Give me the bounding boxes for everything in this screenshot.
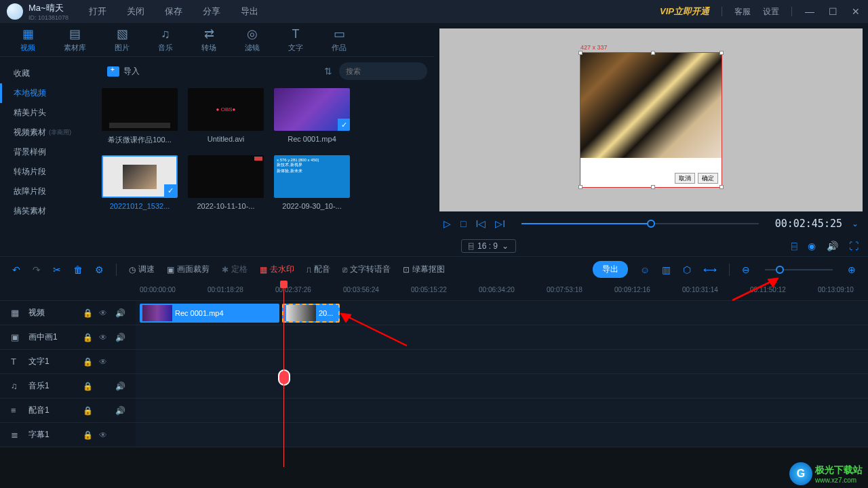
cast-icon[interactable]: ⌸ [791, 241, 797, 251]
record-marker[interactable] [278, 369, 290, 386]
resize-handle[interactable] [719, 185, 724, 189]
speaker-icon[interactable]: 🔊 [115, 333, 125, 342]
speed-button[interactable]: ◷调速 [129, 264, 155, 275]
support-link[interactable]: 客服 [734, 6, 751, 18]
smile-icon[interactable]: ☺ [640, 264, 650, 275]
play-icon[interactable]: ▷ [443, 218, 451, 229]
volume-icon[interactable]: 🔊 [827, 241, 838, 251]
menu-close[interactable]: 关闭 [127, 5, 144, 18]
sidebar-item-local[interactable]: 本地视频 [0, 83, 95, 103]
sort-icon[interactable]: ⇅ [324, 66, 332, 77]
playhead-handle[interactable] [280, 281, 288, 288]
track-lane[interactable] [136, 399, 868, 422]
search-box[interactable]: ⌕ [339, 62, 427, 80]
speaker-icon[interactable]: 🔊 [115, 308, 125, 318]
vip-link[interactable]: VIP立即开通 [660, 5, 709, 18]
resize-handle[interactable] [719, 51, 724, 55]
time-ruler[interactable]: 00:00:00:0000:01:18:2800:02:37:2600:03:5… [0, 282, 868, 301]
aspect-selector[interactable]: ⌸16 : 9⌄ [461, 239, 516, 253]
avatar[interactable] [7, 3, 23, 20]
undo-icon[interactable]: ↶ [12, 264, 20, 275]
menu-export[interactable]: 导出 [241, 5, 258, 18]
transform-frame[interactable]: 427 x 337 取消 确定 [580, 52, 722, 188]
time-dropdown-icon[interactable]: ⌄ [852, 219, 859, 228]
track-lane[interactable] [136, 325, 868, 349]
eye-icon[interactable]: 👁 [99, 430, 108, 440]
sidebar-item-bg[interactable]: 背景样例 [0, 142, 95, 162]
menu-open[interactable]: 打开 [89, 5, 106, 18]
delete-icon[interactable]: 🗑 [73, 264, 83, 275]
media-item[interactable]: 2022-10-11-10-... [188, 155, 264, 210]
fullscreen-icon[interactable]: ⛶ [849, 241, 859, 251]
progress-slider[interactable] [521, 223, 758, 224]
maximize-button[interactable]: ☐ [827, 6, 838, 17]
sidebar-item-favorites[interactable]: 收藏 [0, 64, 95, 83]
confirm-button[interactable]: 确定 [698, 173, 718, 184]
preview-canvas[interactable]: 427 x 337 取消 确定 [439, 28, 863, 211]
lock-icon[interactable]: 🔒 [83, 357, 92, 367]
lock-icon[interactable]: 🔒 [83, 308, 92, 318]
zoom-in-icon[interactable]: ⊕ [848, 264, 856, 275]
track-lane[interactable]: Rec 0001.mp4 20... [136, 301, 868, 325]
media-item[interactable]: 希沃微课作品100... [102, 88, 178, 145]
fit-icon[interactable]: ⟷ [703, 264, 717, 275]
track-lane[interactable] [136, 423, 868, 447]
tts-button[interactable]: ⎚文字转语音 [342, 264, 391, 275]
lock-icon[interactable]: 🔒 [83, 430, 92, 440]
tab-library[interactable]: ▤素材库 [64, 26, 86, 53]
export-button[interactable]: 导出 [593, 261, 628, 278]
greenscreen-button[interactable]: ⊡绿幕抠图 [403, 264, 445, 275]
lock-icon[interactable]: 🔒 [83, 406, 92, 415]
panel-icon[interactable]: ▥ [662, 264, 671, 275]
freeze-button[interactable]: ✱定格 [222, 264, 248, 275]
import-button[interactable]: 导入 [102, 63, 145, 80]
eye-icon[interactable]: 👁 [99, 357, 108, 367]
media-item[interactable]: ✓Rec 0001.mp4 [274, 88, 350, 145]
prev-frame-icon[interactable]: I◁ [475, 218, 486, 229]
video-clip[interactable]: Rec 0001.mp4 [140, 304, 279, 323]
sidebar-item-intro[interactable]: 精美片头 [0, 103, 95, 123]
sidebar-item-glitch[interactable]: 故障片段 [0, 182, 95, 201]
tab-filter[interactable]: ◎滤镜 [245, 26, 260, 53]
settings-link[interactable]: 设置 [763, 6, 779, 18]
redo-icon[interactable]: ↷ [33, 264, 41, 275]
tab-text[interactable]: T文字 [288, 27, 303, 53]
cut-icon[interactable]: ✂ [53, 264, 61, 275]
close-button[interactable]: ✕ [850, 6, 861, 17]
speaker-icon[interactable]: 🔊 [115, 406, 125, 415]
lock-icon[interactable]: 🔒 [83, 382, 92, 391]
shield-icon[interactable]: ⬡ [683, 264, 691, 275]
video-clip-selected[interactable]: 20... [282, 304, 340, 323]
slider-knob[interactable] [776, 266, 784, 274]
sidebar-item-funny[interactable]: 搞笑素材 [0, 201, 95, 221]
resize-handle[interactable] [651, 185, 655, 189]
adjust-icon[interactable]: ⚙ [95, 264, 104, 275]
speaker-icon[interactable]: 🔊 [115, 382, 125, 391]
resize-handle[interactable] [578, 185, 583, 189]
eye-icon[interactable]: 👁 [99, 308, 108, 318]
media-item[interactable]: ● OBS●Untitled.avi [188, 88, 264, 145]
playhead[interactable] [283, 282, 284, 467]
track-lane[interactable] [136, 350, 868, 373]
dub-button[interactable]: ⎍配音 [307, 264, 330, 275]
stop-icon[interactable]: □ [460, 218, 466, 229]
tab-image[interactable]: ▧图片 [115, 26, 130, 53]
tab-video[interactable]: ▦视频 [20, 26, 35, 53]
menu-share[interactable]: 分享 [203, 5, 220, 18]
tab-music[interactable]: ♫音乐 [158, 27, 173, 53]
eye-icon[interactable]: 👁 [99, 333, 108, 342]
next-frame-icon[interactable]: ▷I [495, 218, 505, 229]
menu-save[interactable]: 保存 [165, 5, 182, 18]
slider-knob[interactable] [647, 220, 655, 228]
sidebar-item-stock[interactable]: 视频素材 (非商用) [0, 123, 95, 142]
zoom-slider[interactable] [765, 269, 833, 270]
tab-works[interactable]: ▭作品 [332, 26, 347, 53]
media-item[interactable]: ✓20221012_1532... [102, 155, 178, 210]
lock-icon[interactable]: 🔒 [83, 333, 92, 342]
cancel-button[interactable]: 取消 [675, 173, 695, 184]
resize-handle[interactable] [651, 51, 655, 55]
resize-handle[interactable] [578, 51, 583, 55]
track-lane[interactable] [136, 374, 868, 398]
watermark-button[interactable]: ▦去水印 [260, 264, 294, 275]
media-item[interactable]: x.576 y.281 [800 x 450]新技术,新视界新体验,新未来202… [274, 155, 350, 210]
